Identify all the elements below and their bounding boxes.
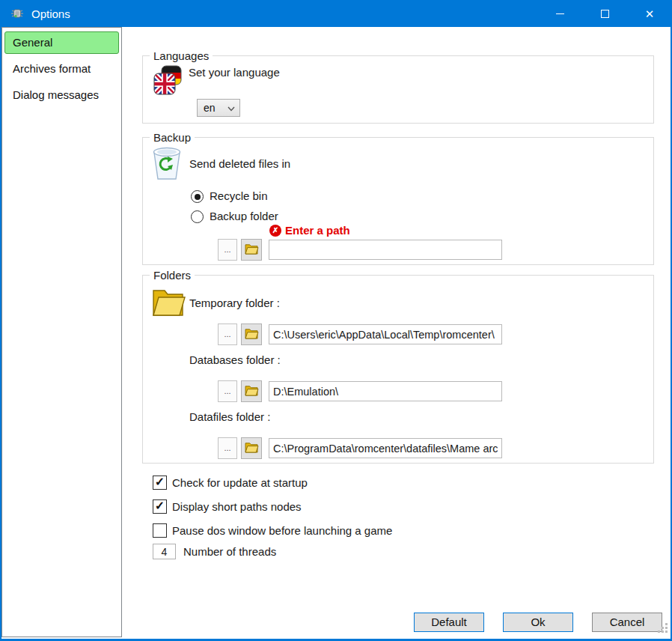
temporary-folder-label: Temporary folder : <box>189 297 280 309</box>
resize-grip[interactable] <box>658 623 668 637</box>
temporary-browse-button[interactable]: ... <box>218 323 237 345</box>
language-select-value: en <box>204 102 227 114</box>
default-button[interactable]: Default <box>414 613 484 632</box>
open-folder-icon <box>245 384 259 399</box>
recycle-bin-icon <box>151 145 183 185</box>
error-icon: ✗ <box>269 225 281 237</box>
backup-group-label: Backup <box>150 131 195 144</box>
sidebar-item-dialog-messages[interactable]: Dialog messages <box>4 84 119 106</box>
languages-group: Languages <box>142 55 654 124</box>
set-language-caption: Set your language <box>189 66 280 79</box>
datafiles-folder-input[interactable] <box>269 438 502 458</box>
temporary-folder-button[interactable] <box>241 323 262 345</box>
window-title: Options <box>31 7 70 20</box>
radio-recycle-bin-label: Recycle bin <box>210 189 268 202</box>
folders-group: Folders Temporary folder : ... Databases… <box>142 275 654 464</box>
open-folder-icon <box>245 441 259 456</box>
backup-browse-button[interactable]: ... <box>218 239 237 261</box>
datafiles-folder-button[interactable] <box>241 437 262 459</box>
threads-input[interactable] <box>153 544 176 559</box>
cancel-button[interactable]: Cancel <box>592 613 662 632</box>
backup-folder-button[interactable] <box>241 239 262 261</box>
radio-backup-folder[interactable] <box>191 210 204 223</box>
checkbox-short-paths[interactable]: ✓ <box>153 499 167 514</box>
window-controls: ✕ <box>537 0 672 27</box>
maximize-icon <box>601 10 609 18</box>
app-icon <box>9 5 25 22</box>
checkbox-pause-dos-label: Pause dos window before launching a game <box>172 524 392 537</box>
folders-group-label: Folders <box>150 269 195 282</box>
datafiles-folder-label: Datafiles folder : <box>189 410 270 423</box>
checkbox-pause-dos[interactable] <box>153 523 167 538</box>
databases-folder-label: Databases folder : <box>189 353 281 366</box>
ok-button[interactable]: Ok <box>503 613 573 632</box>
databases-folder-input[interactable] <box>269 381 502 401</box>
languages-group-label: Languages <box>150 49 213 62</box>
close-button[interactable]: ✕ <box>627 0 672 27</box>
send-deleted-caption: Send deleted files in <box>189 157 290 170</box>
titlebar[interactable]: Options ✕ <box>0 0 672 27</box>
sidebar-item-general[interactable]: General <box>4 31 119 54</box>
radio-backup-folder-label: Backup folder <box>210 210 278 222</box>
threads-label: Number of threads <box>183 545 276 558</box>
open-folder-icon <box>245 243 259 258</box>
sidebar-item-archives-format[interactable]: Archives format <box>4 58 119 80</box>
big-folder-icon <box>150 285 186 320</box>
sidebar: General Archives format Dialog messages <box>1 27 122 637</box>
error-message: Enter a path <box>285 224 350 237</box>
backup-path-input[interactable] <box>269 240 502 260</box>
close-icon: ✕ <box>645 8 655 19</box>
radio-recycle-bin[interactable] <box>191 190 204 203</box>
checkbox-check-for-update[interactable]: ✓ <box>153 476 167 490</box>
backup-group: Backup Send deleted files in Recycle bin… <box>142 137 654 265</box>
datafiles-browse-button[interactable]: ... <box>218 437 237 459</box>
open-folder-icon <box>245 327 259 342</box>
language-select[interactable]: en <box>197 99 240 117</box>
databases-browse-button[interactable]: ... <box>218 380 237 402</box>
databases-folder-button[interactable] <box>241 380 262 402</box>
options-window: Options ✕ General Archives format Dialog… <box>0 0 672 641</box>
minimize-button[interactable] <box>537 0 582 27</box>
checkbox-short-paths-label: Display short paths nodes <box>172 500 302 513</box>
chevron-down-icon <box>227 101 235 115</box>
language-flags-icon <box>153 65 182 98</box>
checkbox-check-for-update-label: Check for update at startup <box>172 476 308 489</box>
radio-selected-dot <box>195 194 201 200</box>
temporary-folder-input[interactable] <box>269 324 502 344</box>
maximize-button[interactable] <box>582 0 627 27</box>
minimize-icon <box>556 13 564 14</box>
